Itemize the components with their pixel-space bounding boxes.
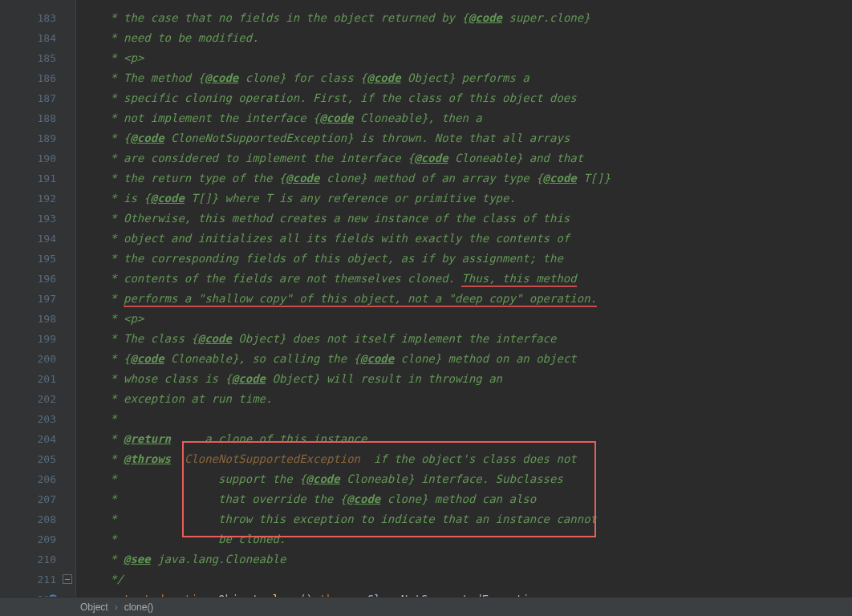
gutter-line-number: 188 [0,108,75,128]
gutter-line-number: 194 [0,229,75,249]
code-line[interactable]: * <p> [76,309,852,329]
gutter: 1831841851861871881891901911921931941951… [0,0,76,597]
code-line[interactable]: * The class {@code Object} does not itse… [76,329,852,349]
token-tag: @code [306,472,340,485]
token-doc: * not implement the interface { [76,111,319,124]
gutter-line-number: 207 [0,489,75,509]
token-doc: T[]} [577,172,611,184]
token-doc: Object} does not itself implement the in… [232,332,557,345]
token-tag: @code [543,172,577,184]
token-tag: @code [198,332,232,345]
token-doc: * exception at run time. [76,392,272,405]
breadcrumbs-bar: Object › clone() [0,597,852,616]
token-tag: @code [367,71,400,84]
token-doc: * [76,452,124,465]
token-doc: * contents of the fields are not themsel… [76,272,461,285]
token-doc: * { [76,132,130,144]
code-line[interactable]: * object and initializes all its fields … [76,229,852,249]
gutter-line-number: 193 [0,209,75,229]
code-pane[interactable]: * the case that no fields in the object … [76,0,852,597]
token-doc: Object} will result in throwing an [266,372,502,385]
code-line[interactable]: * @return a clone of this instance. [76,429,852,449]
token-tag: @code [414,152,448,164]
token-doc: * the case that no fields in the object … [76,11,469,24]
token-doc: Cloneable}, so calling the { [164,352,360,365]
code-line[interactable]: * whose class is {@code Object} will res… [76,369,852,389]
code-line[interactable]: * are considered to implement the interf… [76,148,852,168]
token-doc: * [76,292,124,305]
code-line[interactable]: * exception at run time. [76,389,852,409]
token-doc: Object} performs a [401,71,529,84]
token-doc: * specific cloning operation. First, if … [76,91,577,104]
code-line[interactable]: * [76,409,852,429]
token-doc: * be cloned. [76,533,286,545]
code-line[interactable]: * @throws CloneNotSupportedException if … [76,449,852,469]
code-line[interactable]: * The method {@code clone} for class {@c… [76,68,852,88]
code-line[interactable]: * contents of the fields are not themsel… [76,269,852,289]
token-tag: @code [286,172,319,184]
token-doc: * the return type of the { [76,172,286,184]
gutter-line-number: 183 [0,8,75,28]
gutter-line-number: 195 [0,249,75,269]
code-line[interactable]: * throw this exception to indicate that … [76,509,852,529]
breadcrumb-item[interactable]: Object [80,602,108,613]
gutter-line-number: 209 [0,529,75,549]
gutter-line-number: 201 [0,369,75,389]
code-line[interactable]: * need to be modified. [76,28,852,48]
token-doc: clone} for class { [238,71,367,84]
token-doc: * that override the { [76,492,347,505]
token-doc: * [76,553,124,565]
gutter-line-number: 191 [0,168,75,188]
gutter-line-number: 185 [0,48,75,68]
code-line[interactable]: * the case that no fields in the object … [76,8,852,28]
code-line[interactable]: * <p> [76,48,852,68]
code-line[interactable]: * not implement the interface {@code Clo… [76,108,852,128]
token-doc: Cloneable} interface. Subclasses [340,472,563,485]
token-doc: clone} method of an array type { [319,172,542,184]
code-line[interactable]: * {@code CloneNotSupportedException} is … [76,128,852,148]
fold-toggle-icon[interactable] [63,574,72,584]
token-doc: * need to be modified. [76,31,259,44]
token-doc: a clone of this instance. [171,432,374,445]
token-tag: @return [124,432,171,445]
token-tag: @code [151,192,185,205]
token-doc: java.lang.Cloneable [151,553,286,565]
token-doc: * [76,51,124,64]
token-tag: @code [469,11,502,24]
gutter-line-number: 192 [0,188,75,209]
token-tag: @code [205,71,238,84]
token-doc: * [76,432,124,445]
gutter-line-number: 202 [0,389,75,409]
editor-area: 1831841851861871881891901911921931941951… [0,0,852,597]
code-line[interactable]: * {@code Cloneable}, so calling the {@co… [76,349,852,369]
code-line[interactable]: * the corresponding fields of this objec… [76,249,852,269]
code-line[interactable]: * that override the {@code clone} method… [76,489,852,509]
token-doc: T[]} where T is any reference or primiti… [185,192,516,205]
token-doc [171,452,185,465]
code-line[interactable]: * be cloned. [76,529,852,549]
token-doc: Cloneable}, then a [354,111,482,124]
code-line[interactable]: */ [76,569,852,590]
code-line[interactable]: * specific cloning operation. First, if … [76,88,852,108]
token-doc: clone} method can also [380,492,536,505]
token-doc: * support the { [76,472,306,485]
gutter-line-number: 204 [0,429,75,449]
code-line[interactable]: * Otherwise, this method creates a new i… [76,209,852,229]
gutter-line-number: 206 [0,469,75,489]
code-line[interactable]: * performs a "shallow copy" of this obje… [76,289,852,309]
token-tag: @code [347,492,380,505]
token-doc: Thus, this method [461,272,576,287]
token-tag: @code [319,111,353,124]
code-line[interactable]: * @see java.lang.Cloneable [76,549,852,569]
breadcrumb-item[interactable]: clone() [124,602,154,613]
gutter-line-number: 190 [0,148,75,168]
code-line[interactable]: * is {@code T[]} where T is any referenc… [76,188,852,209]
code-line[interactable]: * the return type of the {@code clone} m… [76,168,852,188]
token-doc: * [76,412,117,425]
token-doc: Cloneable} and that [448,152,584,164]
code-line[interactable]: * support the {@code Cloneable} interfac… [76,469,852,489]
token-doc: * throw this exception to indicate that … [76,513,597,525]
gutter-line-number: 203 [0,409,75,429]
token-doc: * object and initializes all its fields … [76,232,570,245]
token-doc: clone} method on an object [394,352,577,365]
